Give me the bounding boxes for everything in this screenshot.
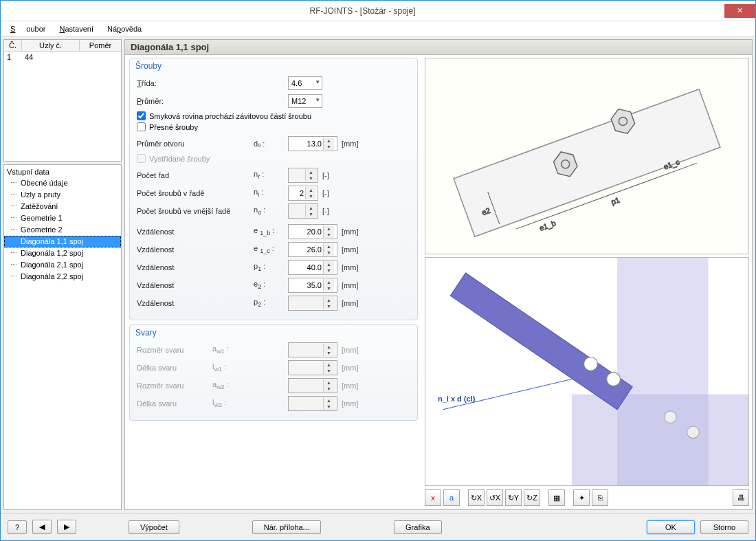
spin-up-icon[interactable]: ▲ <box>324 137 334 144</box>
perrow-label: Počet šroubů v řadě <box>137 189 254 197</box>
diameter-label: Průměr: <box>137 97 254 105</box>
next-button[interactable]: ▶ <box>57 520 76 534</box>
tree-item-geom2[interactable]: Geometrie 2 <box>4 224 121 236</box>
p1-input[interactable] <box>289 263 323 272</box>
svg-point-18 <box>607 373 621 386</box>
e2-unit: [mm] <box>342 281 358 289</box>
e1b-spin[interactable]: ▲▼ <box>288 224 337 239</box>
view-rz-button[interactable]: ↻Z <box>524 489 540 506</box>
rows-unit: [-] <box>322 171 329 179</box>
window-title: RF-JOINTS - [Stožár - spoje] <box>1 6 724 16</box>
axis-a-icon: a <box>449 494 454 502</box>
class-select[interactable]: 4.6 <box>288 76 322 90</box>
perrow-input[interactable] <box>289 189 305 197</box>
view-a-button[interactable]: a <box>443 489 460 506</box>
precise-bolts-check[interactable]: Přesné šrouby <box>137 122 410 131</box>
view-render-button[interactable]: ✦ <box>573 489 590 506</box>
outer-input <box>289 207 305 215</box>
hole-dia-input[interactable] <box>289 140 323 148</box>
view-iso-button[interactable]: ▦ <box>548 489 565 506</box>
svg-marker-16 <box>450 273 632 410</box>
e2-input[interactable] <box>289 281 323 289</box>
print-icon: 🖶 <box>737 494 745 502</box>
e1c-symbol: e 1_c : <box>254 244 288 254</box>
e1c-input[interactable] <box>289 245 323 254</box>
main-panel: Diagonála 1,1 spoj Šrouby Třída: 4.6 Prů… <box>124 39 753 510</box>
tree-item-nodes[interactable]: Uzly a pruty <box>4 189 121 201</box>
e1b-symbol: e 1_b : <box>254 226 288 236</box>
tree-item-d21[interactable]: Diagonála 2,1 spoj <box>4 259 121 271</box>
panel-title: Diagonála 1,1 spoj <box>125 40 752 55</box>
render-icon: ✦ <box>579 494 585 503</box>
tree-item-d11[interactable]: Diagonála 1,1 spoj <box>4 236 121 247</box>
close-button[interactable]: ✕ <box>724 4 755 18</box>
prev-button[interactable]: ◀ <box>32 520 52 534</box>
p1-unit: [mm] <box>342 263 358 272</box>
e1c-spin[interactable]: ▲▼ <box>288 242 337 257</box>
tree-item-d22[interactable]: Diagonála 2,2 spoj <box>4 271 121 283</box>
lw2-spin: ▲▼ <box>288 396 337 411</box>
lw2-unit: [mm] <box>342 399 358 408</box>
menu-settings[interactable]: Nastavení <box>54 23 99 34</box>
rows-label: Počet řad <box>137 171 254 179</box>
diameter-select[interactable]: M12 <box>288 94 322 108</box>
lw1-unit: [mm] <box>342 364 358 372</box>
menu-help[interactable]: Nápověda <box>102 23 147 34</box>
tree-item-loads[interactable]: Zatěžování <box>4 201 121 212</box>
calculate-button[interactable]: Výpočet <box>129 520 179 534</box>
schematic-svg: e1_b p1 e1_c e2 <box>443 63 731 249</box>
shear-plane-check[interactable]: Smyková rovina prochází závitovou částí … <box>137 111 410 120</box>
help-button[interactable]: ? <box>8 520 27 534</box>
svg-point-19 <box>665 411 677 423</box>
aw2-unit: [mm] <box>342 382 358 390</box>
form-column: Šrouby Třída: 4.6 Průměr: M12 <box>125 55 422 509</box>
view-print-button[interactable]: 🖶 <box>733 489 749 506</box>
spin-down-icon[interactable]: ▼ <box>324 144 334 150</box>
p1-spin[interactable]: ▲▼ <box>288 260 337 275</box>
next-icon: ▶ <box>64 522 69 531</box>
tree-item-general[interactable]: Obecné údaje <box>4 177 121 189</box>
cube-icon: ▦ <box>553 494 560 503</box>
e2-spin[interactable]: ▲▼ <box>288 278 337 293</box>
shear-plane-checkbox[interactable] <box>137 111 146 120</box>
national-annex-button[interactable]: Nár. příloha... <box>252 520 321 534</box>
body: Č. Uzly č. Poměr 1 44 Vstupní data Obecn… <box>1 36 755 513</box>
menu-bar: Soubor Nastavení Nápověda <box>1 21 755 36</box>
p2-symbol: p2 : <box>254 298 288 308</box>
rot-y-icon: ↻Y <box>508 494 519 503</box>
rows-symbol: nr : <box>254 170 288 180</box>
ok-button[interactable]: OK <box>647 520 695 534</box>
hole-dia-spin[interactable]: ▲▼ <box>288 136 337 151</box>
hole-dia-unit: [mm] <box>342 140 358 148</box>
precise-bolts-checkbox[interactable] <box>137 122 146 131</box>
svg-rect-0 <box>454 89 720 237</box>
preview-3d[interactable]: n_i x d (cl) <box>425 257 749 486</box>
p2-spin: ▲▼ <box>288 296 337 311</box>
view-x-button[interactable]: x <box>425 489 441 506</box>
preview-column: e1_b p1 e1_c e2 <box>422 55 752 509</box>
footer: ? ◀ ▶ Výpočet Nár. příloha... Grafika OK… <box>1 513 755 540</box>
perrow-spin[interactable]: ▲▼ <box>288 186 318 201</box>
bolts-legend: Šrouby <box>135 61 410 71</box>
aw1-spin: ▲▼ <box>288 342 337 357</box>
tree-item-geom1[interactable]: Geometrie 1 <box>4 212 121 224</box>
svg-text:p1: p1 <box>610 195 621 206</box>
rot-z-icon: ↻Z <box>526 494 537 503</box>
spin-up-icon[interactable]: ▲ <box>306 187 316 193</box>
svg-text:e1_b: e1_b <box>538 219 557 232</box>
view-copy-button[interactable]: ⎘ <box>592 489 608 506</box>
menu-file[interactable]: Soubor <box>5 23 51 34</box>
rot-xn-icon: ↺X <box>489 494 500 503</box>
table-row[interactable]: 1 44 <box>4 52 121 63</box>
view-ry-button[interactable]: ↻Y <box>505 489 522 506</box>
tree-item-d12[interactable]: Diagonála 1,2 spoj <box>4 247 121 259</box>
view-rx-button[interactable]: ↻X <box>468 489 485 506</box>
svg-point-20 <box>687 426 700 439</box>
view-rxn-button[interactable]: ↺X <box>487 489 503 506</box>
welds-legend: Svary <box>135 328 410 338</box>
cancel-button[interactable]: Storno <box>700 520 748 534</box>
outer-spin: ▲▼ <box>288 203 318 219</box>
e1b-input[interactable] <box>289 228 323 236</box>
graphics-button[interactable]: Grafika <box>394 520 442 534</box>
spin-down-icon[interactable]: ▼ <box>306 193 316 199</box>
